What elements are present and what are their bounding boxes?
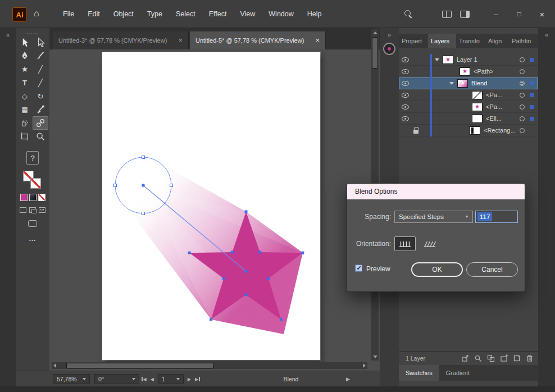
first-artboard-button[interactable]: ◀ [142, 377, 147, 382]
layer-row-layer1[interactable]: Layer 1 [399, 54, 538, 66]
next-artboard-button[interactable]: ▶ [188, 377, 191, 382]
target-circle[interactable] [520, 93, 525, 98]
target-circle[interactable] [520, 57, 525, 62]
horizontal-scrollbar[interactable] [52, 362, 367, 369]
scroll-up-icon[interactable] [373, 31, 377, 34]
tool-eraser[interactable]: ◇ [17, 89, 33, 103]
gradient-button[interactable] [29, 194, 37, 201]
tool-paintbrush[interactable] [33, 49, 48, 62]
blend-artwork[interactable] [102, 52, 320, 360]
tool-symbol-sprayer[interactable] [17, 116, 33, 130]
layer-label[interactable]: <Ell... [486, 115, 502, 122]
maximize-button[interactable]: □ [512, 10, 526, 18]
visibility-toggle[interactable] [399, 57, 411, 62]
toolbar-overflow-button[interactable]: … [16, 234, 49, 243]
layer-thumbnail[interactable] [457, 79, 468, 88]
last-artboard-button[interactable]: ▶ [195, 377, 200, 382]
layer-thumbnail[interactable] [472, 91, 483, 99]
layer-thumbnail[interactable] [472, 103, 483, 111]
expand-dock-icon[interactable]: » [380, 31, 399, 38]
layer-row-blend[interactable]: Blend [399, 78, 538, 89]
status-menu-arrow-icon[interactable]: ▶ [346, 376, 350, 382]
tool-type[interactable]: T [17, 76, 33, 89]
menu-item-select[interactable]: Select [169, 8, 202, 20]
document-tab-untitled-5[interactable]: Untitled-5* @ 57,78 % (CMYK/Preview) × [190, 31, 326, 49]
target-circle[interactable] [520, 116, 525, 121]
draw-inside-icon[interactable] [39, 207, 46, 213]
new-layer-icon[interactable] [513, 354, 521, 362]
layer-row-child-path-1[interactable]: <Pa... [399, 89, 538, 101]
collapse-toolbar-icon[interactable]: « [0, 31, 16, 38]
fill-stroke-indicator[interactable] [23, 171, 42, 189]
visibility-toggle[interactable] [399, 116, 411, 121]
minimize-button[interactable]: – [489, 10, 503, 19]
tab-layers[interactable]: Layers [428, 34, 456, 48]
workspace-switcher-icon[interactable] [460, 11, 470, 18]
tool-line-segment[interactable]: ╱ [33, 76, 48, 89]
layer-label[interactable]: <Rectang... [484, 127, 516, 134]
target-circle[interactable] [520, 81, 525, 86]
layer-row-path[interactable]: <Path> [399, 66, 538, 78]
horizontal-scroll-thumb[interactable] [66, 363, 213, 368]
collapse-dock-icon[interactable]: « [538, 31, 555, 38]
layer-label[interactable]: <Path> [474, 68, 493, 75]
tab-close-icon[interactable]: × [315, 38, 320, 43]
expand-caret-icon[interactable] [449, 82, 454, 85]
cancel-button[interactable]: Cancel [466, 262, 518, 277]
layer-label[interactable]: <Pa... [486, 103, 502, 110]
layer-label[interactable]: Blend [471, 80, 487, 86]
tab-transform[interactable]: Transfo [456, 34, 485, 48]
tool-star-shape[interactable]: ★ [17, 62, 33, 76]
toolbar-grip[interactable] [27, 33, 38, 34]
delete-icon[interactable] [526, 354, 534, 362]
target-circle[interactable] [520, 69, 525, 74]
layer-row-ellipse[interactable]: <Ell... [399, 113, 538, 125]
tab-swatches[interactable]: Swatches [399, 365, 439, 381]
tab-pathfinder[interactable]: Pathfin [509, 34, 537, 48]
dialog-title[interactable]: Blend Options [347, 184, 525, 199]
tool-artboard[interactable] [17, 130, 33, 143]
stroke-color-indicator[interactable] [30, 178, 41, 189]
orientation-path-button[interactable] [419, 236, 440, 251]
layer-label[interactable]: Layer 1 [457, 56, 477, 63]
tab-properties[interactable]: Propert [399, 34, 428, 48]
help-icon[interactable]: ? [26, 151, 39, 165]
ok-button[interactable]: OK [411, 262, 463, 277]
zoom-select[interactable]: 57,78% [53, 374, 90, 384]
none-button[interactable] [38, 194, 46, 201]
scroll-left-icon[interactable] [53, 363, 56, 368]
menu-item-help[interactable]: Help [301, 8, 329, 20]
visibility-toggle[interactable] [399, 81, 411, 86]
tool-pencil[interactable]: ╱ [33, 62, 48, 76]
prev-artboard-button[interactable]: ◀ [151, 377, 154, 382]
app-logo[interactable]: Ai [12, 7, 27, 22]
collect-export-icon[interactable] [461, 354, 469, 362]
layer-thumbnail[interactable] [472, 115, 483, 123]
preview-checkbox[interactable] [355, 265, 362, 272]
menu-item-effect[interactable]: Effect [202, 8, 234, 20]
draw-behind-icon[interactable] [29, 207, 36, 213]
tool-direct-selection[interactable] [33, 35, 48, 49]
tool-selection[interactable] [17, 35, 33, 49]
layer-thumbnail[interactable] [460, 67, 470, 76]
arrange-documents-icon[interactable] [442, 11, 452, 18]
layer-thumbnail[interactable] [443, 56, 453, 64]
target-circle[interactable] [520, 128, 525, 133]
visibility-toggle[interactable] [399, 93, 411, 98]
layer-thumbnail[interactable] [470, 126, 480, 135]
new-sublayer-icon[interactable] [500, 354, 508, 362]
menu-item-window[interactable]: Window [262, 8, 300, 20]
tool-eyedropper[interactable] [33, 103, 48, 116]
target-circle[interactable] [520, 104, 525, 110]
tool-blend[interactable] [33, 116, 48, 130]
layer-row-rectangle[interactable]: <Rectang... [399, 125, 538, 136]
vertical-scroll-thumb[interactable] [372, 37, 378, 69]
locate-object-icon[interactable] [474, 354, 482, 362]
search-icon[interactable] [404, 10, 413, 19]
tab-close-icon[interactable]: × [178, 38, 183, 43]
layer-label[interactable]: <Pa... [486, 92, 502, 98]
collapsed-panel-icon[interactable] [383, 43, 395, 55]
screen-mode-button[interactable] [28, 220, 37, 227]
menu-item-object[interactable]: Object [107, 8, 140, 20]
document-tab-untitled-3[interactable]: Untitled-3* @ 57,78 % (CMYK/Preview) × [53, 31, 189, 49]
